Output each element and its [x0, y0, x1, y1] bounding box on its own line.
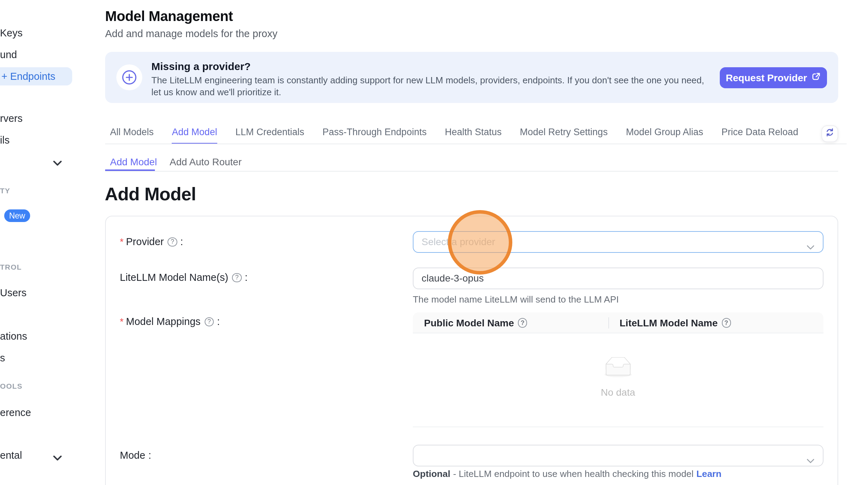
model-mappings-label-text: Model Mappings	[126, 316, 201, 328]
help-icon[interactable]: ?	[204, 317, 214, 327]
mode-label-text: Mode	[120, 450, 145, 462]
app-window: Keys und + Endpoints rvers ils TY New TR…	[0, 0, 868, 485]
empty-inbox-icon	[601, 369, 635, 381]
table-header: Public Model Name ? LiteLLM Model Name ?	[413, 312, 823, 333]
subtab-add-model[interactable]: Add Model	[110, 156, 157, 167]
subtab-add-auto-router[interactable]: Add Auto Router	[170, 156, 242, 167]
add-model-heading: Add Model	[105, 183, 196, 205]
no-data-text: No data	[413, 387, 823, 398]
sidebar-section-tools: OOLS	[0, 382, 22, 390]
label-colon: :	[217, 316, 220, 328]
request-provider-button[interactable]: Request Provider	[720, 67, 827, 88]
tab-passthrough-endpoints[interactable]: Pass-Through Endpoints	[322, 127, 426, 144]
mode-label: Mode :	[120, 450, 151, 462]
mode-help-body: - LiteLLM endpoint to use when health ch…	[453, 469, 693, 479]
label-colon: :	[245, 272, 247, 284]
new-badge: New	[4, 209, 30, 222]
sidebar-item-organizations[interactable]: ations	[0, 331, 27, 342]
chevron-down-icon	[806, 240, 814, 253]
column-label: LiteLLM Model Name	[620, 317, 718, 328]
mode-select-input[interactable]	[414, 445, 822, 465]
model-name-label: LiteLLM Model Name(s) ? :	[120, 272, 248, 284]
required-mark: *	[120, 316, 124, 328]
required-mark: *	[120, 236, 124, 248]
sidebar-section-access-control: TROL	[0, 263, 22, 271]
page-title: Model Management	[105, 8, 233, 25]
model-mappings-label: * Model Mappings ? :	[120, 316, 220, 328]
mode-help-bold: Optional	[413, 469, 450, 479]
chevron-down-icon	[806, 454, 814, 466]
tab-add-model[interactable]: Add Model	[172, 127, 217, 144]
tab-llm-credentials[interactable]: LLM Credentials	[235, 127, 305, 144]
column-label: Public Model Name	[424, 317, 514, 328]
help-icon[interactable]: ?	[232, 273, 241, 283]
column-litellm-model-name: LiteLLM Model Name ?	[620, 312, 731, 333]
sidebar-item-experimental[interactable]: ental	[0, 450, 22, 462]
chevron-down-icon[interactable]	[53, 156, 62, 169]
plus-circle-icon	[116, 64, 142, 90]
help-icon[interactable]: ?	[168, 237, 177, 247]
sidebar-item-reference[interactable]: erence	[0, 407, 31, 419]
tabs-divider	[105, 144, 846, 144]
request-provider-label: Request Provider	[726, 72, 807, 83]
sidebar-item-teams[interactable]: s	[0, 352, 5, 364]
tab-health-status[interactable]: Health Status	[445, 127, 501, 144]
sidebar-item-playground[interactable]: und	[0, 49, 17, 61]
page-subtitle: Add and manage models for the proxy	[105, 28, 278, 39]
model-mappings-table: Public Model Name ? LiteLLM Model Name ?	[413, 312, 823, 427]
external-link-icon	[812, 72, 821, 83]
missing-provider-banner: Missing a provider? The LiteLLM engineer…	[105, 52, 838, 103]
model-name-label-text: LiteLLM Model Name(s)	[120, 272, 228, 284]
provider-label: * Provider ? :	[120, 236, 183, 248]
banner-body: The LiteLLM engineering team is constant…	[151, 74, 716, 98]
provider-label-text: Provider	[126, 236, 164, 248]
subtabs-divider	[105, 171, 838, 172]
label-colon: :	[180, 236, 183, 248]
mode-select[interactable]	[413, 445, 823, 466]
tab-all-models[interactable]: All Models	[110, 127, 154, 144]
mode-help-text: Optional- LiteLLM endpoint to use when h…	[413, 469, 722, 480]
model-name-help: The model name LiteLLM will send to the …	[413, 294, 619, 305]
sidebar-item-keys[interactable]: Keys	[0, 27, 23, 39]
refresh-icon	[825, 127, 835, 140]
refresh-button[interactable]	[821, 125, 838, 142]
column-public-model-name: Public Model Name ?	[424, 312, 527, 333]
help-icon[interactable]: ?	[722, 318, 731, 327]
learn-link[interactable]: Learn	[696, 469, 722, 479]
sidebar-item-servers[interactable]: rvers	[0, 113, 22, 125]
sidebar-section-observability: TY	[0, 186, 10, 195]
label-colon: :	[149, 450, 151, 462]
column-divider	[608, 317, 609, 328]
click-highlight-ring	[448, 210, 512, 274]
chevron-down-icon[interactable]	[53, 451, 62, 464]
sidebar-item-endpoints-label: + Endpoints	[1, 71, 55, 82]
model-tabs: All Models Add Model LLM Credentials Pas…	[110, 127, 798, 144]
tab-model-retry-settings[interactable]: Model Retry Settings	[520, 127, 608, 144]
tab-model-group-alias[interactable]: Model Group Alias	[626, 127, 703, 144]
banner-title: Missing a provider?	[151, 60, 251, 72]
sidebar-item-endpoints[interactable]: + Endpoints	[0, 67, 72, 85]
empty-state: No data	[413, 357, 823, 398]
sidebar-item-guardrails[interactable]: ils	[0, 134, 9, 146]
sidebar-item-users[interactable]: Users	[0, 287, 27, 299]
tab-price-data-reload[interactable]: Price Data Reload	[722, 127, 798, 144]
help-icon[interactable]: ?	[518, 318, 527, 327]
